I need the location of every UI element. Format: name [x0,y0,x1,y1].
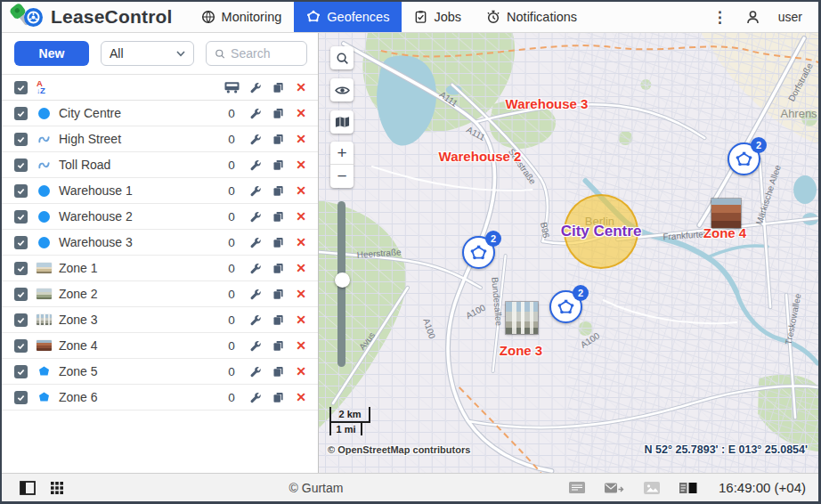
zoom-slider-knob[interactable] [335,272,350,288]
geofence-row[interactable]: Warehouse 20✕ [2,204,318,230]
geofence-row[interactable]: Toll Road0✕ [2,152,318,178]
map[interactable]: A111A111SeestraßeHeerstraßeAvusA100A100A… [319,33,818,473]
copy-geofence-button[interactable] [266,211,289,223]
edit-geofence-button[interactable] [243,263,266,274]
geofence-cluster-marker[interactable]: 2 [462,236,495,269]
delete-geofence-button[interactable]: ✕ [289,261,313,275]
row-checkbox[interactable] [14,365,28,378]
copy-icon[interactable] [266,82,289,93]
filter-select[interactable]: All [101,41,194,66]
copy-geofence-button[interactable] [266,314,289,326]
delete-icon[interactable]: ✕ [289,80,313,94]
copy-geofence-button[interactable] [266,185,289,197]
geofence-photo-marker[interactable] [506,302,538,334]
row-checkbox[interactable] [14,288,28,301]
geofence-cluster-marker[interactable]: 2 [728,142,760,175]
mail-send-icon[interactable] [605,482,624,494]
edit-geofence-button[interactable] [243,108,266,119]
row-checkbox[interactable] [14,159,28,172]
delete-geofence-button[interactable]: ✕ [289,132,313,146]
row-checkbox[interactable] [14,133,28,146]
geofence-name: Zone 3 [59,313,220,327]
sort-az-icon[interactable]: A↓Z [37,80,45,95]
delete-geofence-button[interactable]: ✕ [289,106,313,120]
image-icon[interactable] [644,482,660,494]
zoom-control: + − [330,142,354,188]
edit-geofence-button[interactable] [243,185,266,197]
wrench-icon[interactable] [243,82,266,93]
map-layers-button[interactable] [330,110,354,134]
panel-toggle-icon[interactable] [20,481,36,495]
edit-geofence-button[interactable] [243,211,266,223]
geofence-count: 0 [220,391,243,404]
geofence-row[interactable]: Zone 30✕ [2,307,318,333]
delete-geofence-button[interactable]: ✕ [289,209,313,224]
copy-geofence-button[interactable] [266,237,289,248]
edit-geofence-button[interactable] [243,159,266,171]
select-all-checkbox[interactable] [14,81,28,94]
row-checkbox[interactable] [14,262,28,275]
messages-icon[interactable] [569,482,585,493]
contrast-icon[interactable] [679,482,697,494]
copy-geofence-button[interactable] [266,340,289,352]
geofence-type-icon [36,108,52,119]
edit-geofence-button[interactable] [243,392,266,403]
geofence-city-centre-circle[interactable]: City Centre [564,194,638,269]
geofence-row[interactable]: Zone 50✕ [2,359,318,385]
row-checkbox[interactable] [14,391,28,404]
geofence-row[interactable]: Warehouse 10✕ [2,178,318,204]
edit-geofence-button[interactable] [243,289,266,300]
row-checkbox[interactable] [14,210,28,224]
copy-geofence-button[interactable] [266,392,289,403]
edit-geofence-button[interactable] [243,340,266,352]
row-checkbox[interactable] [14,184,28,198]
overflow-menu-icon[interactable]: ⋮ [712,10,728,25]
row-checkbox[interactable] [14,107,28,120]
geofence-row[interactable]: Zone 10✕ [2,256,318,281]
grid-icon[interactable] [51,482,63,494]
delete-geofence-button[interactable]: ✕ [289,235,313,249]
new-geofence-button[interactable]: New [14,41,89,66]
geofence-row[interactable]: Zone 60✕ [2,385,318,411]
search-input[interactable] [231,46,298,61]
edit-geofence-button[interactable] [243,134,266,145]
edit-geofence-button[interactable] [243,366,266,378]
delete-geofence-button[interactable]: ✕ [289,390,313,404]
geofence-row[interactable]: Zone 20✕ [2,281,318,307]
tab-notifications[interactable]: Notifications [474,2,589,32]
edit-geofence-button[interactable] [243,237,266,248]
copy-geofence-button[interactable] [266,159,289,171]
delete-geofence-button[interactable]: ✕ [289,158,313,172]
visibility-button[interactable] [330,78,354,102]
tab-geofences[interactable]: Geofences [294,2,402,32]
vehicle-icon[interactable] [220,81,243,93]
geofence-row[interactable]: Warehouse 30✕ [2,230,318,256]
copy-geofence-button[interactable] [266,134,289,145]
row-checkbox[interactable] [14,313,28,327]
copy-geofence-button[interactable] [266,263,289,274]
delete-geofence-button[interactable]: ✕ [289,364,313,378]
zoom-out-button[interactable]: − [330,165,354,188]
copy-geofence-button[interactable] [266,366,289,378]
tab-jobs[interactable]: Jobs [402,2,474,32]
geofence-cluster-marker[interactable]: 2 [549,290,582,323]
tab-monitoring[interactable]: Monitoring [189,2,295,32]
row-checkbox[interactable] [14,236,28,249]
user-icon[interactable] [745,10,760,25]
delete-geofence-button[interactable]: ✕ [289,287,313,301]
row-checkbox[interactable] [14,339,28,353]
geofence-photo-marker[interactable] [711,199,741,228]
map-search-button[interactable] [330,46,354,69]
edit-geofence-button[interactable] [243,314,266,326]
geofence-name: Warehouse 2 [59,209,220,224]
geofence-row[interactable]: City Centre0✕ [2,101,318,126]
user-label[interactable]: user [778,10,802,24]
copy-geofence-button[interactable] [266,108,289,119]
geofence-row[interactable]: High Street0✕ [2,126,318,152]
copy-geofence-button[interactable] [266,289,289,300]
zoom-in-button[interactable]: + [330,142,354,165]
delete-geofence-button[interactable]: ✕ [289,338,313,353]
delete-geofence-button[interactable]: ✕ [289,313,313,327]
delete-geofence-button[interactable]: ✕ [289,183,313,198]
geofence-row[interactable]: Zone 40✕ [2,333,318,359]
